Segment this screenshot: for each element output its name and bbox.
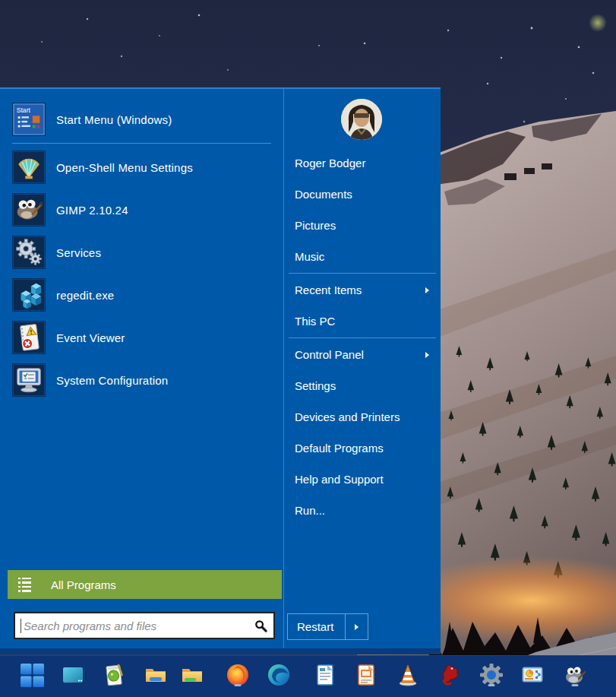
system-config-monitor-icon [12, 363, 46, 397]
submenu-arrow-icon [355, 624, 359, 630]
running-indicator [572, 684, 579, 686]
menu-item-control-panel[interactable]: Control Panel [284, 339, 441, 370]
menu-item-devices-and-printers[interactable]: Devices and Printers [284, 401, 441, 432]
system-monitor-icon[interactable] [519, 661, 546, 689]
menu-item-label: Default Programs [295, 442, 384, 455]
program-list-icon [18, 578, 31, 592]
menu-item-label: Pictures [295, 219, 336, 232]
menu-item-label: Settings [295, 379, 336, 392]
file-explorer-folder-icon[interactable] [142, 661, 169, 689]
separator [289, 337, 436, 338]
restart-button[interactable]: Restart [288, 614, 345, 639]
restart-label: Restart [297, 620, 333, 633]
program-item-start-menu-windows[interactable]: Start Start Menu (Windows) [0, 98, 283, 141]
edge-icon[interactable] [265, 661, 292, 689]
menu-item-recent-items[interactable]: Recent Items [284, 274, 441, 306]
program-item-label: Services [56, 246, 101, 259]
search-box [14, 612, 275, 639]
restart-options-arrow[interactable] [345, 614, 368, 639]
menu-item-label: This PC [295, 315, 335, 328]
program-item-label: System Configuration [56, 374, 168, 387]
libreoffice-writer-icon[interactable] [311, 661, 339, 689]
program-item-event-viewer[interactable]: Event Viewer [0, 316, 283, 359]
program-item-open-shell-settings[interactable]: Open-Shell Menu Settings [0, 146, 283, 189]
gimp-icon[interactable] [561, 661, 589, 689]
services-gears-icon [12, 236, 46, 269]
menu-item-default-programs[interactable]: Default Programs [284, 432, 441, 464]
start-menu-tile-icon: Start [12, 103, 46, 136]
menu-item-label: Control Panel [295, 348, 364, 361]
notepad-plus-plus-icon[interactable] [100, 661, 128, 689]
libreoffice-impress-icon[interactable] [352, 661, 380, 689]
program-item-label: GIMP 2.10.24 [56, 204, 128, 217]
all-programs-label: All Programs [51, 578, 116, 591]
menu-item-run[interactable]: Run... [284, 495, 441, 526]
search-icon[interactable] [248, 613, 273, 638]
window-app-icon[interactable] [59, 661, 87, 689]
gimp-wilber-icon [12, 193, 46, 227]
program-item-label: Event Viewer [56, 331, 125, 344]
menu-item-label: Music [295, 250, 324, 263]
submenu-arrow-icon [425, 352, 429, 358]
menu-item-label: Run... [295, 504, 325, 517]
taskbar [0, 655, 616, 697]
program-item-services[interactable]: Services [0, 231, 283, 274]
menu-item-label: Devices and Printers [295, 410, 400, 423]
program-list: Start Start Menu (Windows) Open-Shell Me… [0, 98, 283, 401]
folder-green-icon[interactable] [178, 661, 206, 689]
settings-gear-icon[interactable] [478, 661, 505, 689]
submenu-arrow-icon [425, 287, 429, 293]
program-item-label: Open-Shell Menu Settings [56, 161, 193, 174]
menu-item-documents[interactable]: Documents [284, 179, 441, 210]
svg-text:Start: Start [17, 106, 31, 114]
running-indicator [235, 684, 242, 686]
menu-item-this-pc[interactable]: This PC [284, 306, 441, 337]
red-lizard-app-icon[interactable] [436, 661, 463, 689]
search-input[interactable] [21, 619, 248, 632]
program-item-label: Start Menu (Windows) [56, 113, 172, 126]
user-avatar[interactable] [341, 99, 382, 140]
open-shell-start-menu: Start Start Menu (Windows) Open-Shell Me… [0, 87, 441, 654]
program-item-system-configuration[interactable]: System Configuration [0, 359, 283, 401]
firefox-icon[interactable] [224, 661, 251, 689]
start-button[interactable] [18, 661, 46, 689]
separator [12, 143, 271, 144]
program-item-gimp[interactable]: GIMP 2.10.24 [0, 189, 283, 231]
menu-item-user-name[interactable]: Roger Bodger [284, 147, 441, 179]
vlc-icon[interactable] [394, 661, 422, 689]
menu-item-settings[interactable]: Settings [284, 370, 441, 401]
running-indicator [488, 684, 495, 686]
restart-button-group: Restart [287, 613, 368, 640]
user-name-label: Roger Bodger [295, 157, 365, 169]
menu-item-pictures[interactable]: Pictures [284, 210, 441, 241]
all-programs-button[interactable]: All Programs [8, 570, 282, 599]
menu-item-label: Recent Items [295, 284, 362, 296]
menu-item-label: Documents [295, 188, 352, 201]
menu-bottom-edge [0, 648, 441, 654]
menu-item-help-and-support[interactable]: Help and Support [284, 464, 441, 495]
separator [289, 273, 436, 274]
menu-item-music[interactable]: Music [284, 241, 441, 272]
event-viewer-notebook-icon [12, 321, 46, 354]
menu-item-label: Help and Support [295, 473, 384, 486]
program-item-regedit[interactable]: regedit.exe [0, 274, 283, 316]
registry-cubes-icon [12, 278, 46, 312]
program-item-label: regedit.exe [56, 289, 114, 302]
open-shell-seashell-icon [12, 150, 46, 184]
